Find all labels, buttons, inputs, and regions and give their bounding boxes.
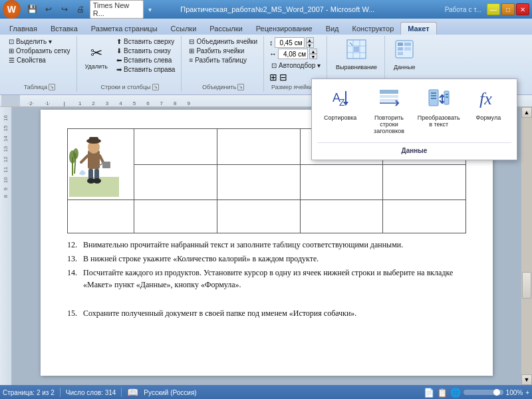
svg-point-33 (73, 148, 78, 159)
alignment-button[interactable]: Выравнивание (332, 37, 380, 72)
width-spin-up[interactable]: ▲ (309, 49, 317, 54)
maximize-button[interactable]: □ (501, 3, 515, 15)
zoom-slider[interactable] (464, 390, 503, 395)
data-button[interactable]: Данные (390, 37, 419, 72)
doc-item-15: 15. Сохраните полученный документ в свое… (67, 307, 466, 319)
table-cell-bottom-2 (217, 200, 300, 233)
tab-table-layout[interactable]: Макет (400, 22, 436, 35)
view-btn-web[interactable]: 🌐 (450, 388, 461, 398)
zoom-level: 100% (506, 389, 523, 396)
merge-group-label: Объединить ↘ (202, 82, 244, 90)
merge-expand[interactable]: ↘ (237, 84, 244, 90)
cell-width-input[interactable] (278, 49, 308, 59)
grid-label: Отобразить сетку (16, 47, 70, 55)
view-btn-full[interactable]: 📋 (437, 388, 448, 398)
merge-label: Объединить ячейки (196, 38, 257, 45)
rows-cols-expand[interactable]: ↘ (152, 84, 159, 90)
undo-quick-btn[interactable]: ↩ (41, 2, 56, 17)
split-label: Разбить ячейки (196, 47, 244, 55)
merge-content: ⊟ Объединить ячейки ⊞ Разбить ячейки ≡ Р… (187, 37, 259, 82)
tab-view[interactable]: Вид (319, 23, 346, 35)
table-cell-5 (134, 164, 217, 200)
tab-references[interactable]: Ссылки (164, 23, 203, 35)
title-bar-controls: Работа с т... — □ ✕ (404, 3, 529, 15)
svg-rect-10 (398, 52, 403, 55)
insert-left-button[interactable]: ⬅ Вставить слева (114, 56, 177, 65)
delete-button[interactable]: ✂ Удалить (82, 37, 110, 77)
view-btn-print[interactable]: 📄 (424, 388, 434, 398)
rows-cols-group-label: Строки и столбцы ↘ (101, 82, 159, 90)
formula-item[interactable]: fx Формула (466, 84, 511, 137)
convert-text-item[interactable]: Преобразоватьв текст (415, 84, 463, 137)
tab-home[interactable]: Главная (3, 23, 44, 35)
table-group-expand[interactable]: ↘ (49, 84, 55, 90)
tab-design[interactable]: Конструктор (346, 23, 401, 35)
insert-above-button[interactable]: ⬆ Вставить сверху (114, 37, 177, 46)
scroll-thumb[interactable] (522, 272, 531, 299)
ribbon-tab-bar: Главная Вставка Разметка страницы Ссылки… (0, 19, 532, 35)
svg-line-38 (81, 156, 88, 162)
width-spin-down[interactable]: ▼ (309, 54, 317, 59)
save-quick-btn[interactable]: 💾 (25, 2, 40, 17)
office-button[interactable]: W (3, 0, 21, 19)
status-bar: Страница: 2 из 2 Число слов: 314 📖 Русск… (0, 385, 532, 399)
item-15-num: 15. (67, 307, 80, 319)
doc-item-13: 13. В нижней строке укажите «Количество … (67, 253, 466, 265)
scroll-up-button[interactable]: ▲ (521, 107, 532, 118)
table-cell-bottom-0 (68, 200, 134, 233)
split-table-icon: ≡ (189, 57, 193, 64)
right-scrollbar[interactable]: ▲ ▼ (521, 107, 532, 385)
sort-icon: A Z (330, 87, 351, 113)
equal-width-icon[interactable]: ⊞ (269, 72, 277, 82)
tab-layout[interactable]: Разметка страницы (84, 23, 164, 35)
scroll-down-button[interactable]: ▼ (521, 374, 532, 385)
height-spin-down[interactable]: ▼ (306, 43, 314, 48)
height-spin-up[interactable]: ▲ (306, 37, 314, 43)
repeat-headers-item[interactable]: Повторить строкизаголовков (366, 84, 412, 137)
font-name-display[interactable]: Times New R... (90, 0, 144, 19)
ribbon-group-rows-cols: ✂ Удалить ⬆ Вставить сверху ⬇ Вставить с… (78, 36, 182, 92)
scroll-track[interactable] (521, 118, 532, 374)
minimize-button[interactable]: — (487, 3, 500, 15)
insert-right-icon: ➡ (116, 66, 122, 73)
rows-cols-content: ✂ Удалить ⬆ Вставить сверху ⬇ Вставить с… (82, 37, 178, 82)
table-cell-7 (300, 164, 383, 200)
insert-below-button[interactable]: ⬇ Вставить снизу (114, 47, 177, 55)
split-cells-button[interactable]: ⊞ Разбить ячейки (187, 47, 259, 55)
zoom-thumb (493, 389, 500, 396)
insert-right-button[interactable]: ➡ Вставить справа (114, 65, 177, 74)
close-button[interactable]: ✕ (516, 3, 529, 15)
autofit-button[interactable]: ⊡ Автоподбор ▾ (269, 61, 323, 70)
tab-insert[interactable]: Вставка (44, 23, 84, 35)
title-bar-left: W 💾 ↩ ↪ 🖨 Times New R... ▾ (3, 0, 152, 19)
equal-height-icon[interactable]: ⊟ (279, 72, 287, 82)
ruler-left-margin (1, 95, 20, 106)
popup-footer: Данные (317, 146, 511, 154)
table-cell-2 (217, 129, 300, 165)
cell-height-input[interactable] (275, 37, 305, 48)
insert-above-label: Вставить сверху (124, 38, 174, 45)
merge-label-text: Объединить (202, 84, 236, 90)
svg-rect-37 (89, 137, 98, 142)
merge-cells-button[interactable]: ⊟ Объединить ячейки (187, 37, 259, 46)
split-table-label: Разбить таблицу (195, 57, 247, 64)
tab-mailings[interactable]: Рассылки (203, 23, 249, 35)
tab-review[interactable]: Рецензирование (249, 23, 319, 35)
item-15-text: Сохраните полученный документ в своей па… (83, 307, 356, 319)
print-quick-btn[interactable]: 🖨 (73, 2, 88, 17)
align-content: Выравнивание (332, 37, 380, 82)
autofit-label: Автоподбор ▾ (279, 62, 321, 69)
split-table-button[interactable]: ≡ Разбить таблицу (187, 56, 259, 65)
language-status: Русский (Россия) (144, 389, 196, 396)
svg-rect-40 (102, 162, 110, 168)
zoom-in-btn[interactable]: + (525, 389, 529, 396)
spell-check-icon: 📖 (127, 387, 138, 398)
vertical-ruler: 8 9 10 11 12 13 14 15 16 (0, 107, 12, 385)
table-buttons: ⊡ Выделить ▾ ⊞ Отобразить сетку ☰ Свойст… (7, 37, 72, 65)
properties-button[interactable]: ☰ Свойства (7, 56, 72, 65)
select-button[interactable]: ⊡ Выделить ▾ (7, 37, 72, 46)
ruler-mark: 9 (182, 100, 196, 106)
redo-quick-btn[interactable]: ↪ (57, 2, 72, 17)
show-grid-button[interactable]: ⊞ Отобразить сетку (7, 47, 72, 55)
sort-item[interactable]: A Z Сортировка (317, 84, 363, 137)
